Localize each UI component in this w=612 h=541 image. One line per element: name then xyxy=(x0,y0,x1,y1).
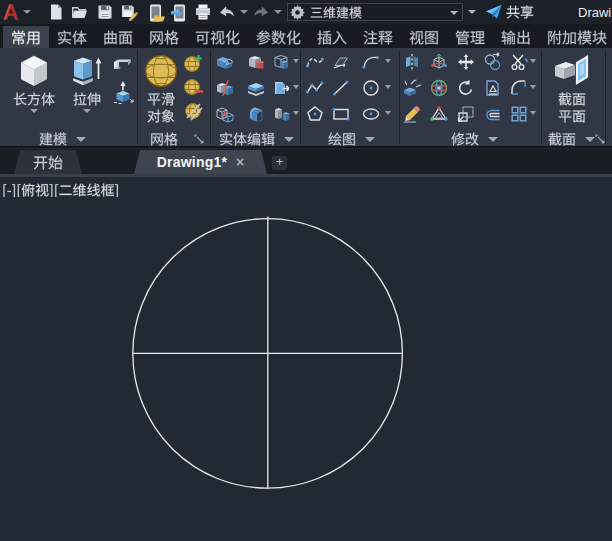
mesh-smooth-less-icon[interactable] xyxy=(183,77,203,97)
subtract-icon[interactable] xyxy=(246,52,266,72)
draw-panel-label[interactable] xyxy=(328,131,375,147)
circle-icon[interactable] xyxy=(361,78,381,98)
section-plane-button[interactable] xyxy=(552,52,592,123)
mesh-dialog-launcher-icon[interactable] xyxy=(194,134,204,144)
union-icon[interactable] xyxy=(215,52,235,72)
mirror-icon[interactable] xyxy=(402,52,422,72)
qat-menu-caret-icon[interactable] xyxy=(468,10,476,14)
ribbon-tab-solid[interactable] xyxy=(49,26,95,48)
arc-icon[interactable] xyxy=(361,52,381,72)
interfere-icon[interactable] xyxy=(215,104,235,124)
fillet-edge-icon[interactable] xyxy=(246,104,266,124)
trim-caret-icon[interactable] xyxy=(530,59,536,63)
mesh-smooth-more-icon[interactable] xyxy=(183,53,203,73)
save-icon[interactable] xyxy=(96,3,114,21)
arc-caret-icon[interactable] xyxy=(385,59,391,63)
copy-icon[interactable] xyxy=(483,52,503,72)
rotate-icon[interactable] xyxy=(456,78,476,98)
array-icon[interactable] xyxy=(509,104,529,124)
fillet-icon[interactable] xyxy=(509,78,529,98)
polysolid-icon[interactable] xyxy=(112,53,134,75)
app-menu-caret-icon[interactable] xyxy=(23,10,31,14)
ellipse-caret-icon[interactable] xyxy=(385,111,391,115)
solidedit-caret-icon[interactable] xyxy=(293,85,299,89)
ribbon-tab-output[interactable] xyxy=(493,26,539,48)
ribbon-tab-solid-label xyxy=(57,30,87,45)
trim-icon[interactable] xyxy=(509,52,529,72)
solid-editing-panel-label[interactable] xyxy=(219,131,294,147)
rectangle-icon[interactable] xyxy=(331,104,351,124)
file-tab-bar: Drawing1* × + xyxy=(0,149,612,174)
undo-caret-icon[interactable] xyxy=(240,10,248,14)
presspull-icon[interactable] xyxy=(112,80,134,104)
edge-caret-icon[interactable] xyxy=(293,111,299,115)
solid-editing-panel-label-text xyxy=(219,132,275,146)
ribbon-tab-home[interactable] xyxy=(3,26,49,48)
region-icon[interactable] xyxy=(331,52,351,72)
ellipse-icon[interactable] xyxy=(361,104,381,124)
spline-icon[interactable] xyxy=(305,52,325,72)
circle-caret-icon[interactable] xyxy=(385,85,391,89)
ribbon-tab-parametric[interactable] xyxy=(248,26,309,48)
boolean-caret-icon[interactable] xyxy=(293,59,299,63)
explode-icon[interactable] xyxy=(402,78,422,98)
file-tab-drawing1[interactable]: Drawing1* × xyxy=(134,150,267,174)
redo-icon[interactable] xyxy=(252,3,270,21)
modeling-panel-label-text xyxy=(39,132,67,146)
polyline-icon[interactable] xyxy=(305,78,325,98)
intersect-icon[interactable] xyxy=(272,52,292,72)
ribbon-tab-insert[interactable] xyxy=(309,26,355,48)
close-tab-icon[interactable]: × xyxy=(236,154,244,170)
ribbon-tab-view[interactable] xyxy=(401,26,447,48)
modify-panel-label[interactable] xyxy=(451,131,498,147)
rotate-gizmo-icon[interactable] xyxy=(429,78,449,98)
polygon-icon[interactable] xyxy=(305,104,325,124)
array-caret-icon[interactable] xyxy=(530,111,536,115)
file-tab-start[interactable] xyxy=(14,150,82,174)
ribbon-tab-manage[interactable] xyxy=(447,26,493,48)
new-file-icon[interactable] xyxy=(47,3,65,21)
section-dialog-launcher-icon[interactable] xyxy=(595,134,605,144)
measure-icon[interactable] xyxy=(483,78,503,98)
line-icon[interactable] xyxy=(331,78,351,98)
modeling-panel-label[interactable] xyxy=(39,131,86,147)
open-from-mobile-icon[interactable] xyxy=(146,3,166,21)
thicken-icon[interactable] xyxy=(246,78,266,98)
plot-icon[interactable] xyxy=(194,3,212,21)
workspace-switcher[interactable] xyxy=(287,3,463,21)
ribbon-tab-visualize[interactable] xyxy=(187,26,248,48)
ribbon-tab-mesh[interactable] xyxy=(141,26,187,48)
workspace-caret-icon xyxy=(450,11,458,15)
ribbon-tab-annotate[interactable] xyxy=(355,26,401,48)
redo-caret-icon[interactable] xyxy=(274,10,282,14)
share-button[interactable] xyxy=(486,3,534,21)
extrude-button[interactable] xyxy=(66,52,108,113)
save-to-mobile-icon[interactable] xyxy=(169,3,189,21)
ribbon-tab-surface[interactable] xyxy=(95,26,141,48)
move-icon[interactable] xyxy=(456,52,476,72)
draw-panel-label-text xyxy=(328,132,356,146)
section-panel-label[interactable] xyxy=(548,131,595,147)
extract-faces-icon[interactable] xyxy=(272,78,292,98)
slice-icon[interactable] xyxy=(215,78,235,98)
viewport-controls[interactable] xyxy=(2,183,119,197)
smooth-object-button[interactable] xyxy=(144,52,178,123)
undo-icon[interactable] xyxy=(218,3,236,21)
align-3d-icon[interactable] xyxy=(429,104,449,124)
save-as-icon[interactable] xyxy=(120,3,138,21)
separate-icon[interactable] xyxy=(272,104,292,124)
section-panel-caret-icon xyxy=(585,137,595,142)
drawing-canvas[interactable] xyxy=(0,177,612,541)
fillet-caret-icon[interactable] xyxy=(530,85,536,89)
offset-icon[interactable] xyxy=(483,104,503,124)
move-gizmo-icon[interactable] xyxy=(429,52,449,72)
ribbon-tab-addins[interactable] xyxy=(539,26,612,48)
open-file-icon[interactable] xyxy=(70,3,88,21)
mesh-panel-label[interactable] xyxy=(150,131,178,147)
app-logo-icon[interactable] xyxy=(2,3,20,21)
erase-icon[interactable] xyxy=(402,104,422,124)
box-button[interactable] xyxy=(6,52,62,113)
new-drawing-tab-button[interactable]: + xyxy=(272,156,287,170)
scale-icon[interactable] xyxy=(456,104,476,124)
mesh-refine-icon[interactable] xyxy=(183,101,203,121)
